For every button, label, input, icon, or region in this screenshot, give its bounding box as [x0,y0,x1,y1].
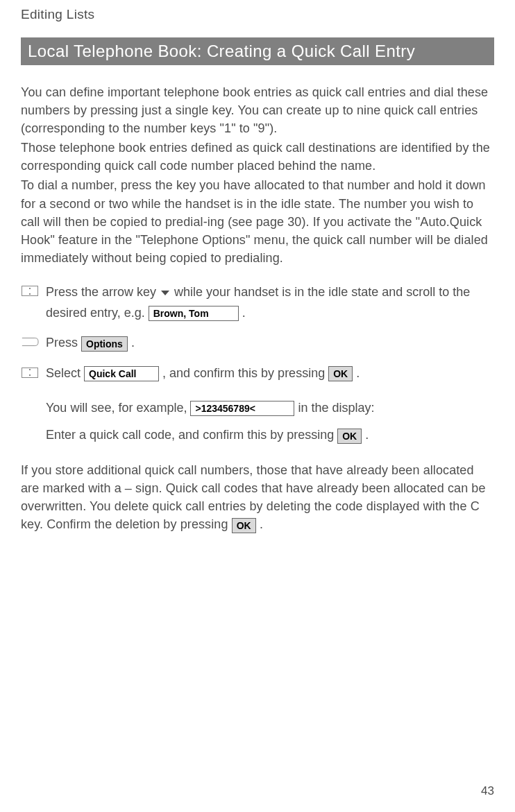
step3-text-3: . [356,366,360,380]
quick-call-menu-display: Quick Call [84,366,159,381]
ok-button: OK [337,429,362,444]
step4a-text-2: in the display: [298,401,374,415]
page-number: 43 [481,784,494,798]
closing-para: If you store additional quick call numbe… [21,461,494,533]
step3-text-2: , and confirm this by pressing [162,366,328,380]
step-arrow-scroll: Press the arrow key while your handset i… [21,282,494,323]
down-arrow-icon [161,291,169,295]
step2-text-1: Press [46,336,81,349]
nav-key-icon [21,366,39,379]
softkey-icon [21,336,39,348]
step4b-text-2: . [365,428,369,442]
step2-text-2: . [131,336,135,349]
number-display: >123456789< [190,401,294,416]
step-enter-code: Enter a quick call code, and confirm thi… [46,425,494,446]
ok-button: OK [328,366,353,381]
step1-text-3: . [242,306,246,320]
options-button: Options [81,336,128,352]
intro-para-2: Those telephone book entries defined as … [21,139,494,175]
step4a-text-1: You will see, for example, [46,401,190,415]
step1-text-1: Press the arrow key [46,285,160,299]
closing-text-2: . [260,517,263,531]
step4b-text-1: Enter a quick call code, and confirm thi… [46,428,337,442]
intro-block: You can define important telephone book … [21,83,494,267]
step3-text-1: Select [46,366,84,380]
ok-button: OK [232,518,256,533]
chapter-title: Editing Lists [21,7,494,22]
step-select-quickcall: Select Quick Call , and confirm this by … [21,363,494,384]
intro-para-1: You can define important telephone book … [21,83,494,137]
section-title: Local Telephone Book: Creating a Quick C… [21,37,494,65]
phonebook-entry-display: Brown, Tom [149,306,239,321]
nav-key-icon [21,285,39,297]
step-press-options: Press Options . [21,333,494,354]
step-display-example: You will see, for example, >123456789< i… [46,398,494,419]
intro-para-3: To dial a number, press the key you have… [21,176,494,266]
